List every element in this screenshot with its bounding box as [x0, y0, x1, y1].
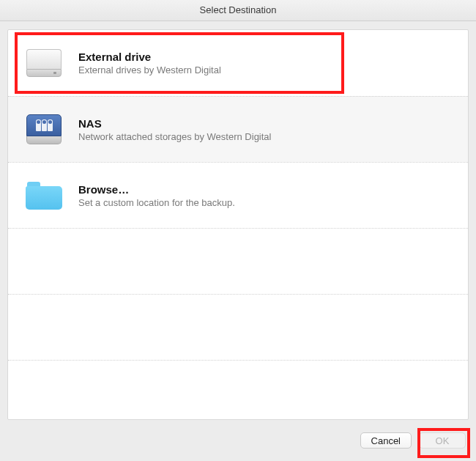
ok-button[interactable]: OK [419, 432, 466, 449]
option-title: NAS [78, 117, 456, 130]
empty-row [8, 228, 468, 295]
destination-list: External drive External drives by Wester… [7, 29, 469, 420]
external-drive-icon [21, 49, 67, 77]
option-subtitle: Network attached storages by Western Dig… [78, 131, 456, 142]
option-external-drive[interactable]: External drive External drives by Wester… [8, 30, 468, 96]
option-nas[interactable]: NAS Network attached storages by Western… [8, 96, 468, 162]
option-browse[interactable]: Browse… Set a custom location for the ba… [8, 162, 468, 228]
window-title: Select Destination [0, 0, 476, 21]
dialog-footer: Cancel OK [0, 420, 476, 461]
folder-icon [21, 182, 67, 210]
option-subtitle: External drives by Western Digital [78, 64, 456, 75]
option-subtitle: Set a custom location for the backup. [78, 197, 456, 208]
cancel-button[interactable]: Cancel [360, 432, 412, 449]
option-title: External drive [78, 51, 456, 63]
nas-drive-icon [21, 114, 67, 144]
empty-row [8, 294, 468, 361]
empty-row [8, 360, 468, 420]
option-title: Browse… [78, 183, 456, 196]
